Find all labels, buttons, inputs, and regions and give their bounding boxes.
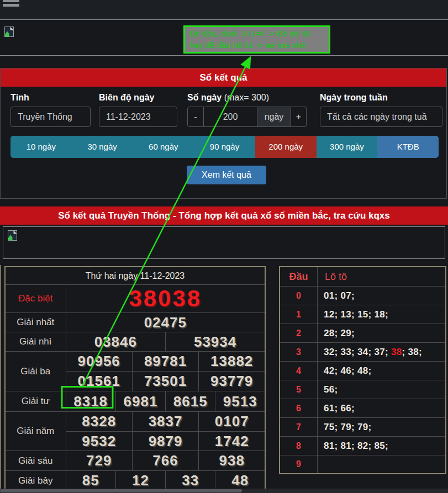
quick-30-days-button[interactable]: 30 ngày (72, 136, 133, 158)
loto-dau: 0 (280, 287, 317, 305)
horizontal-scrollbar[interactable] (0, 489, 448, 493)
loto-dau: 1 (280, 305, 317, 324)
loto-dau: 2 (280, 324, 317, 343)
loto-dau: 7 (280, 418, 317, 437)
third-prize-value: 13882 (199, 352, 265, 372)
third-prize-value: 73501 (132, 372, 198, 391)
broken-image-icon (4, 26, 15, 37)
second-prize-value: 03846 (66, 332, 166, 352)
loto-values-post: ; 38; (402, 347, 421, 357)
prize-label-first: Giải nhất (5, 313, 66, 332)
loto-values: 75; 79; 79; (317, 418, 446, 437)
sixth-prize-value: 766 (132, 451, 198, 471)
fifth-prize-value: 9879 (132, 432, 198, 451)
loto-values: 32; 33; 34; 37; 38; 38; (317, 343, 446, 362)
seventh-prize-value: 48 (215, 471, 265, 491)
third-prize-value: 89781 (132, 352, 198, 372)
second-prize-value: 53934 (166, 332, 266, 352)
loto-col-header-dau: Đầu (280, 267, 317, 287)
date-input[interactable]: 11-12-2023 (99, 107, 177, 127)
broken-image-icon (8, 230, 18, 241)
seventh-prize-value: 85 (66, 471, 115, 491)
seventh-prize-value: 12 (115, 471, 165, 491)
fifth-prize-value: 8328 (66, 412, 132, 432)
loto-values: 61; 66; (317, 399, 446, 418)
third-prize-value: 93779 (199, 372, 265, 391)
loto-values: 81; 81; 82; 85; (317, 437, 446, 455)
page: Đề đầu, đuôi: 3+1=4 -> Đề bộ 40 hay đề đ… (0, 0, 448, 493)
prize-label-third: Giải ba (5, 352, 66, 391)
top-bar (0, 0, 448, 20)
sixth-prize-value: 729 (66, 451, 132, 471)
num-days-label: Số ngày (max= 300) (187, 93, 269, 103)
loto-dau: 4 (280, 362, 317, 380)
loto-values: 56; (317, 380, 446, 399)
loto-dau: 5 (280, 380, 317, 399)
fifth-prize-value: 1742 (199, 432, 265, 451)
loto-values (317, 455, 446, 474)
loto-values: 12; 13; 15; 18; (317, 305, 446, 324)
loto-values: 42; 46; 48; (317, 362, 446, 380)
quick-200-days-button-active[interactable]: 200 ngày (255, 136, 317, 158)
loto-dau: 8 (280, 437, 317, 455)
fifth-prize-value: 0107 (199, 412, 265, 432)
loto-values: 28; 29; (317, 324, 446, 343)
prize-label-second: Giải nhì (5, 332, 66, 352)
results-table: Thứ hai ngày 11-12-2023 Đặc biệt 38038 G… (4, 266, 266, 492)
minus-button[interactable]: - (187, 107, 204, 127)
loto-col-header-loto: Lô tô (317, 267, 446, 287)
ad-image-box (3, 226, 445, 259)
num-days-unit: ngày (257, 107, 291, 127)
seventh-prize-value: 33 (166, 471, 215, 491)
date-range-label: Biên độ ngày (99, 93, 154, 103)
lookup-panel: Sổ kết quả Tỉnh Biên độ ngày Số ngày (ma… (0, 68, 447, 199)
quick-range-buttons: 10 ngày 30 ngày 60 ngày 90 ngày 200 ngày… (10, 136, 439, 158)
quick-10-days-button[interactable]: 10 ngày (10, 136, 72, 158)
weekday-label: Ngày trong tuần (320, 93, 388, 103)
sixth-prize-value: 938 (199, 451, 265, 471)
prize-label-fourth: Giải tư (5, 391, 66, 412)
quick-90-days-button[interactable]: 90 ngày (194, 136, 255, 158)
loto-value-highlighted: 38 (391, 347, 402, 357)
prediction-annotation: Đề đầu, đuôi: 3+1=4 -> Đề bộ 40 hay đề đ… (183, 25, 330, 54)
province-input[interactable]: Truyền Thống (10, 107, 91, 127)
fifth-prize-value: 9532 (66, 432, 132, 451)
special-prize-value: 38038 (66, 285, 265, 313)
num-days-stepper: - 200 ngày + (187, 107, 307, 127)
loto-values: 01; 07; (317, 287, 446, 305)
view-results-button[interactable]: Xem kết quả (187, 166, 266, 184)
first-prize-value: 02475 (66, 313, 265, 332)
prize-label-fifth: Giải năm (5, 412, 66, 451)
quick-60-days-button[interactable]: 60 ngày (133, 136, 194, 158)
results-date-header: Thứ hai ngày 11-12-2023 (5, 267, 265, 285)
fourth-prize-value: 6981 (115, 391, 165, 412)
prize-label-special: Đặc biệt (5, 285, 66, 313)
prize-label-sixth: Giải sáu (5, 451, 66, 471)
loto-dau: 9 (280, 455, 317, 474)
panel-title: Sổ kết quả (1, 68, 446, 87)
scrollbar-thumb[interactable] (0, 489, 242, 492)
annotation-line1: Đề đầu, đuôi: 3+1=4 -> Đề bộ 40 (189, 28, 324, 39)
tables-wrapper-border (0, 265, 1, 489)
num-days-label-suffix: (max= 300) (222, 93, 269, 102)
weekday-select[interactable]: Tất cả các ngày trong tuầ (320, 107, 442, 127)
ktdb-button[interactable]: KTĐB (377, 136, 439, 158)
num-days-label-bold: Số ngày (187, 93, 222, 102)
fifth-prize-value: 3837 (132, 412, 198, 432)
fourth-prize-value-highlighted: 8318 (66, 391, 115, 412)
third-prize-value: 90956 (66, 352, 132, 372)
num-days-input[interactable]: 200 (204, 107, 257, 127)
fourth-prize-value: 9513 (215, 391, 265, 412)
province-label: Tỉnh (10, 93, 29, 103)
section-banner: Sổ kết quả Truyền Thống - Tổng hợp kết q… (0, 206, 448, 225)
loto-dau: 6 (280, 399, 317, 418)
loto-dau: 3 (280, 343, 317, 362)
hamburger-icon[interactable] (3, 0, 19, 6)
plus-button[interactable]: + (291, 107, 307, 127)
third-prize-value: 01561 (66, 372, 132, 391)
annotation-line2: hay đề đầu bộ 31 -> ae lựa nhé (189, 39, 324, 51)
quick-300-days-button[interactable]: 300 ngày (317, 136, 378, 158)
loto-table: Đầu Lô tô 0 01; 07; 1 12; 13; 15; 18; 2 … (279, 266, 446, 474)
fourth-prize-value: 8615 (166, 391, 215, 412)
loto-values-pre: 32; 33; 34; 37; (324, 347, 391, 357)
